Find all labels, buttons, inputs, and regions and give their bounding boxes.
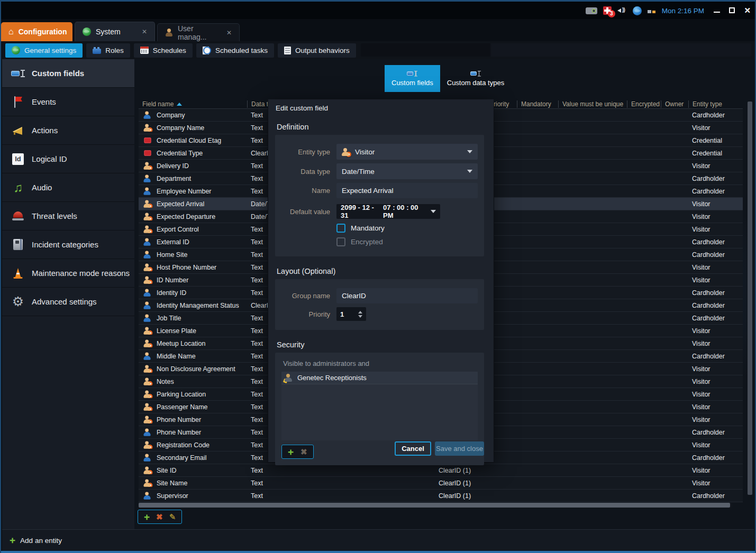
acl-list-item[interactable]: Genetec Receptionists — [281, 372, 478, 384]
health-alert-icon[interactable]: 3 — [603, 6, 612, 15]
mandatory-checkbox[interactable] — [336, 224, 345, 233]
search-bar[interactable] — [361, 43, 751, 57]
column-header-encrypted[interactable]: Encrypted — [627, 100, 661, 108]
entity-type-label: Entity type — [281, 148, 330, 156]
tab-label: System — [96, 27, 121, 36]
tab-label: User manag... — [178, 24, 222, 41]
field-name: Site Name — [157, 480, 187, 487]
entity-icon — [143, 263, 151, 271]
field-name: Notes — [157, 378, 174, 385]
sidebar-item-actions[interactable]: Actions — [2, 116, 134, 145]
close-tab-icon[interactable]: ✕ — [142, 28, 147, 35]
save-and-close-button[interactable]: Save and close — [435, 441, 484, 456]
edit-field-button[interactable]: ✎ — [169, 512, 176, 522]
sidebar-item-events[interactable]: Events — [2, 88, 134, 116]
entity-icon — [143, 416, 151, 423]
edit-custom-field-dialog: Edit custom field Definition Entity type… — [268, 99, 494, 462]
entity-icon — [143, 377, 151, 385]
entity-icon — [143, 327, 151, 334]
sidebar-item-threat-levels[interactable]: Threat levels — [2, 202, 134, 231]
entity-icon — [143, 314, 151, 321]
field-name: Identity Management Status — [157, 302, 239, 309]
field-name: Non Disclosure Agreement — [157, 365, 235, 373]
date-part[interactable]: 2099 - 12 - 31 — [341, 204, 379, 219]
table-action-bar: + ✖ ✎ — [138, 510, 182, 524]
acl-list[interactable]: Genetec Receptionists — [281, 372, 478, 440]
name-label: Name — [281, 187, 330, 195]
sidebar-item-audio[interactable]: ♫ Audio — [2, 173, 134, 202]
sidebar-item-advanced-settings[interactable]: ⚙ Advanced settings — [2, 288, 134, 316]
health-badge: 3 — [608, 10, 615, 17]
time-part[interactable]: 07 : 00 : 00 PM — [383, 204, 426, 219]
field-entity-type: Cardholder — [688, 175, 743, 182]
column-header-mandatory[interactable]: Mandatory — [517, 100, 558, 108]
entity-icon — [143, 136, 151, 144]
speaker-icon[interactable] — [617, 6, 627, 15]
column-header-value-must-be-unique[interactable]: Value must be unique — [558, 100, 627, 108]
field-entity-type: Cardholder — [688, 302, 743, 309]
data-type-dropdown[interactable]: Date/Time — [336, 163, 478, 179]
cancel-button[interactable]: Cancel — [395, 441, 431, 456]
sidebar-item-logical-id[interactable]: Id Logical ID — [2, 145, 134, 173]
chevron-down-icon — [467, 150, 472, 153]
encrypted-label: Encrypted — [351, 238, 383, 246]
toolbar-roles[interactable]: Roles — [86, 43, 130, 58]
add-field-button[interactable]: + — [144, 512, 150, 522]
network-globe-icon[interactable] — [633, 6, 642, 15]
toolbar-output-behaviors[interactable]: Output behaviors — [278, 43, 356, 58]
megaphone-icon — [6, 123, 30, 139]
dialog-title: Edit custom field — [268, 99, 494, 112]
field-name: Parking Location — [157, 391, 206, 398]
table-row[interactable]: Supervisor Text ClearID (1) Cardholder — [139, 490, 743, 502]
column-header-entity-type[interactable]: Entity type — [688, 100, 743, 108]
tab-user-management[interactable]: User manag... ✕ — [157, 23, 240, 41]
definition-panel: Entity type Visitor Data type Date/Time … — [275, 135, 484, 256]
layout-panel: Group name ClearID Priority 1 — [275, 279, 484, 330]
field-name: Passenger Name — [157, 403, 208, 411]
delete-field-button[interactable]: ✖ — [156, 512, 163, 522]
horizontal-scrollbar[interactable] — [139, 503, 732, 508]
entity-icon — [143, 200, 151, 207]
column-header-field-name[interactable]: Field name — [139, 100, 247, 108]
taskbar-mini-icon[interactable] — [648, 7, 656, 14]
table-row[interactable]: Site ID Text ClearID (1) Visitor — [139, 464, 743, 477]
logical-id-icon: Id — [6, 151, 30, 167]
toolbar-scheduled-tasks[interactable]: Scheduled tasks — [196, 43, 274, 58]
toolbar-general-settings[interactable]: General settings — [5, 43, 83, 58]
stepper-arrows[interactable] — [358, 311, 362, 318]
entity-type-dropdown[interactable]: Visitor — [336, 144, 478, 160]
name-input[interactable]: Expected Arrival — [336, 183, 478, 198]
group-name-input[interactable]: ClearID — [336, 288, 478, 303]
tab-configuration[interactable]: ⌂ Configuration — [1, 22, 72, 41]
view-toolbar: General settings Roles Schedules Schedul… — [1, 41, 755, 59]
close-tab-icon[interactable]: ✕ — [226, 29, 232, 36]
priority-stepper[interactable]: 1 — [336, 307, 366, 321]
vertical-scrollbar[interactable] — [747, 100, 753, 500]
field-name: Delivery ID — [157, 162, 189, 170]
toolbar-schedules[interactable]: Schedules — [134, 43, 193, 58]
view-toggle: Custom fields Custom data types — [385, 65, 511, 92]
sidebar-item-incident-categories[interactable]: Incident categories — [2, 231, 134, 259]
field-entity-type: Visitor — [688, 124, 743, 132]
toggle-custom-data-types[interactable]: Custom data types — [440, 65, 511, 92]
maximize-button[interactable] — [729, 7, 735, 13]
add-an-entity-button[interactable]: Add an entity — [20, 537, 62, 545]
data-type-label: Data type — [281, 168, 330, 176]
default-value-datetime-picker[interactable]: 2099 - 12 - 31 07 : 00 : 00 PM — [336, 204, 440, 219]
column-header-owner[interactable]: Owner — [661, 100, 688, 108]
minimize-button[interactable] — [714, 12, 720, 13]
field-name: Meetup Location — [157, 340, 205, 347]
vertical-scrollbar-thumb[interactable] — [748, 102, 752, 495]
entity-icon — [143, 466, 151, 474]
close-button[interactable]: ✕ — [744, 6, 751, 14]
field-name: Host Phone Number — [157, 264, 216, 271]
encrypted-checkbox[interactable] — [336, 237, 345, 246]
entity-icon — [143, 187, 151, 195]
toggle-custom-fields[interactable]: Custom fields — [385, 65, 440, 92]
camera-tray-icon[interactable] — [586, 7, 597, 14]
horizontal-scrollbar-thumb[interactable] — [139, 503, 730, 508]
tab-system[interactable]: System ✕ — [75, 22, 155, 41]
table-row[interactable]: Site Name Text ClearID (1) Visitor — [139, 477, 743, 490]
sidebar-item-custom-fields[interactable]: Custom fields — [2, 59, 134, 88]
sidebar-item-maintenance-mode-reasons[interactable]: Maintenance mode reasons — [2, 259, 134, 288]
